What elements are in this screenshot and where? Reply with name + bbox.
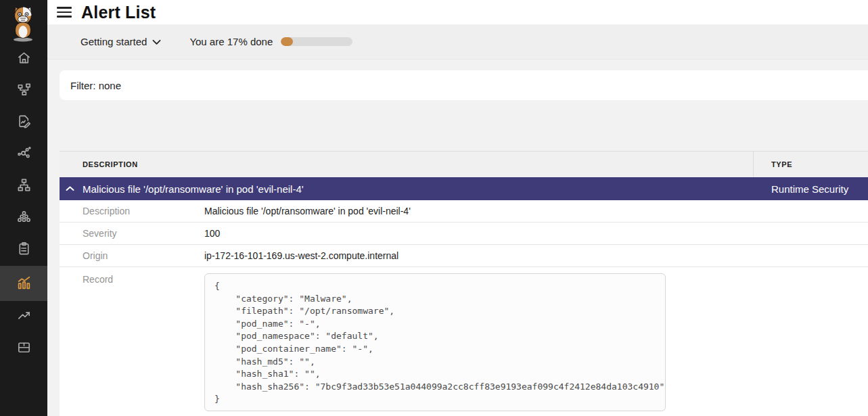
- filter-bar[interactable]: Filter: none: [60, 70, 868, 100]
- main-content: Filter: none DESCRIPTION TYPE Malicious …: [47, 60, 868, 416]
- column-header-type: TYPE: [771, 152, 792, 177]
- progress-bar-fill: [281, 37, 293, 46]
- sidebar-item-home[interactable]: [0, 43, 47, 75]
- top-header: Alert List: [47, 0, 868, 24]
- column-divider: [753, 152, 754, 177]
- sidebar-item-trends[interactable]: [0, 301, 47, 333]
- chevron-up-icon[interactable]: [65, 184, 75, 193]
- alert-description-cell: Malicious file '/opt/ransomware' in pod …: [83, 177, 304, 200]
- detail-row-record: Record { "category": "Malware", "filepat…: [60, 267, 868, 416]
- progress-text: You are 17% done: [189, 36, 273, 47]
- storage-box-icon: [16, 340, 32, 358]
- table-header-row: DESCRIPTION TYPE: [60, 151, 868, 177]
- detail-label: Record: [83, 274, 113, 285]
- trending-up-icon: [16, 308, 32, 326]
- sidebar-item-hierarchy[interactable]: [0, 170, 47, 202]
- edit-document-icon: [16, 114, 32, 132]
- detail-row-description: Description Malicious file '/opt/ransomw…: [60, 200, 868, 223]
- sidebar-item-cluster[interactable]: [0, 202, 47, 234]
- sidebar-nav: [0, 43, 47, 365]
- getting-started-bar: Getting started You are 17% done: [47, 24, 868, 60]
- chevron-down-icon: [152, 36, 161, 47]
- alert-table: DESCRIPTION TYPE Malicious file '/opt/ra…: [60, 151, 868, 416]
- detail-value: 100: [204, 223, 220, 244]
- getting-started-dropdown[interactable]: Getting started: [81, 36, 161, 47]
- detail-label: Origin: [83, 245, 108, 267]
- hamburger-menu-icon[interactable]: [57, 5, 73, 19]
- sitemap-icon: [16, 177, 32, 195]
- circle-cluster-icon: [16, 209, 32, 227]
- sidebar-item-alerts-active[interactable]: [0, 266, 47, 301]
- record-json-box: { "category": "Malware", "filepath": "/o…: [204, 273, 666, 411]
- sidebar-item-graph[interactable]: [0, 139, 47, 170]
- filter-label: Filter: none: [70, 80, 121, 91]
- getting-started-label: Getting started: [81, 36, 147, 47]
- detail-row-severity: Severity 100: [60, 223, 868, 245]
- progress-bar: [281, 37, 352, 46]
- clipboard-icon: [16, 241, 32, 259]
- column-header-description: DESCRIPTION: [83, 152, 138, 177]
- sidebar-item-storage[interactable]: [0, 333, 47, 365]
- page-title: Alert List: [81, 3, 156, 22]
- topology-icon: [16, 82, 32, 100]
- detail-label: Severity: [83, 223, 117, 244]
- alert-type-cell: Runtime Security: [771, 177, 848, 200]
- detail-value: Malicious file '/opt/ransomware' in pod …: [204, 200, 411, 222]
- detail-value: ip-172-16-101-169.us-west-2.compute.inte…: [204, 245, 398, 267]
- detail-label: Description: [83, 200, 130, 222]
- cat-mascot-logo[interactable]: [7, 4, 39, 42]
- sidebar-item-topology[interactable]: [0, 75, 47, 107]
- sidebar-item-reports[interactable]: [0, 234, 47, 266]
- record-json-content: { "category": "Malware", "filepath": "/o…: [205, 274, 665, 411]
- activity-chart-icon: [16, 274, 32, 294]
- sidebar: [0, 0, 47, 416]
- sidebar-item-edit-report[interactable]: [0, 107, 47, 139]
- home-icon: [16, 50, 32, 68]
- detail-row-origin: Origin ip-172-16-101-169.us-west-2.compu…: [60, 245, 868, 267]
- alert-row-expanded[interactable]: Malicious file '/opt/ransomware' in pod …: [60, 177, 868, 200]
- molecule-icon: [16, 145, 32, 164]
